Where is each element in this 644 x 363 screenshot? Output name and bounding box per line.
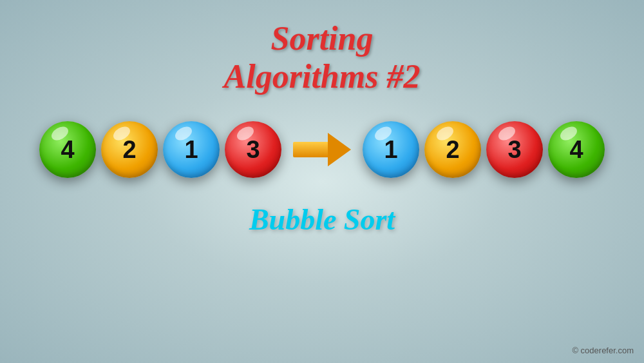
ball-after-4-value: 4: [569, 136, 583, 164]
sort-arrow: [293, 133, 351, 166]
title-line2: Algorithms #2: [224, 57, 421, 95]
ball-after-1: 1: [363, 121, 419, 178]
arrow-graphic: [293, 133, 351, 166]
ball-after-3: 3: [486, 121, 543, 178]
subtitle: Bubble Sort: [249, 202, 395, 237]
ball-before-2: 2: [101, 121, 158, 178]
ball-before-3: 1: [163, 121, 220, 178]
ball-after-2-value: 2: [446, 136, 459, 164]
balls-section: 4 2 1 3 1 2 3 4: [39, 121, 605, 178]
title-line1: Sorting: [224, 19, 421, 57]
ball-after-2: 2: [424, 121, 481, 178]
ball-before-3-value: 1: [184, 136, 198, 164]
ball-before-1-value: 4: [61, 136, 74, 164]
ball-before-2-value: 2: [122, 136, 136, 164]
arrow-head: [328, 133, 351, 166]
title-section: Sorting Algorithms #2: [224, 19, 421, 95]
ball-before-4-value: 3: [246, 136, 260, 164]
ball-after-4: 4: [548, 121, 605, 178]
copyright: © coderefer.com: [572, 346, 634, 355]
ball-before-4: 3: [225, 121, 281, 178]
ball-after-3-value: 3: [507, 136, 521, 164]
ball-after-1-value: 1: [384, 136, 397, 164]
ball-before-1: 4: [39, 121, 96, 178]
